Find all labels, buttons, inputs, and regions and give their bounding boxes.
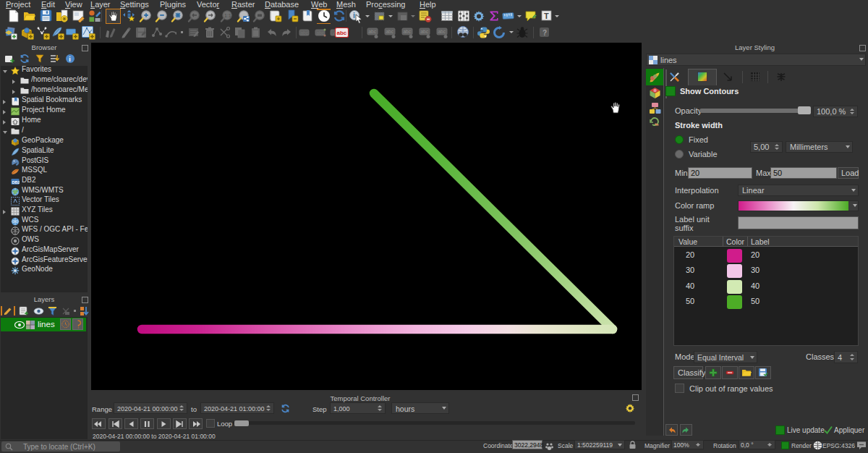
svg-text:abc: abc xyxy=(438,29,446,34)
svg-text:1:1: 1:1 xyxy=(224,13,231,18)
svg-text:?: ? xyxy=(542,29,547,37)
svg-text:T: T xyxy=(544,12,549,20)
svg-text:abc: abc xyxy=(301,30,309,35)
svg-text:abc: abc xyxy=(317,30,325,35)
svg-text:abc: abc xyxy=(369,29,377,34)
svg-text:abc: abc xyxy=(421,29,429,34)
svg-text:i: i xyxy=(69,56,71,63)
svg-text:abc: abc xyxy=(386,29,394,34)
svg-text:abc: abc xyxy=(337,30,347,36)
svg-text:abc: abc xyxy=(404,29,412,34)
svg-text:DB2: DB2 xyxy=(12,180,20,185)
